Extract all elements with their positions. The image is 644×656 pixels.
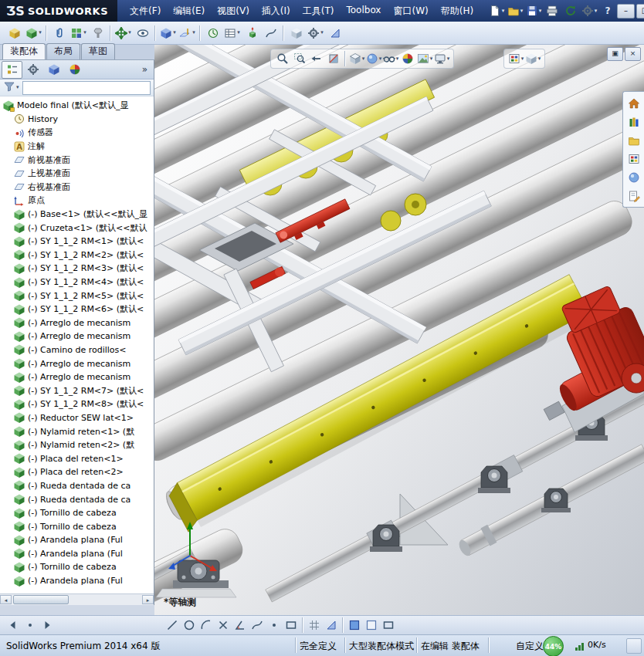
tree-item-15[interactable]: (-) SY 1_1_2 RM<6> (默认< bbox=[0, 303, 154, 316]
quick-view-button[interactable]: ▾ bbox=[524, 51, 541, 66]
display-style-button[interactable]: ▾ bbox=[365, 51, 382, 66]
custom-properties-tab[interactable] bbox=[625, 187, 643, 205]
sketch-circle-button[interactable] bbox=[181, 617, 198, 633]
tree-item-13[interactable]: (-) SY 1_1_2 RM<4> (默认< bbox=[0, 276, 154, 289]
toolbar-prev-button[interactable] bbox=[5, 617, 22, 633]
add-relation-button[interactable] bbox=[323, 617, 340, 633]
open-document-button[interactable]: ▾ bbox=[506, 2, 524, 19]
zoom-area-button[interactable] bbox=[291, 51, 308, 66]
filter-faces-button[interactable] bbox=[363, 617, 380, 633]
tree-item-26[interactable]: (-) Placa del reten<1> bbox=[0, 451, 154, 465]
hide-show-items-button[interactable]: ▾ bbox=[382, 51, 399, 66]
sketch-arc-button[interactable] bbox=[198, 617, 215, 633]
tree-item-28[interactable]: (-) Rueda dentada de ca bbox=[0, 479, 154, 493]
edit-appearance-button[interactable] bbox=[399, 51, 416, 66]
scroll-left-button[interactable]: ◂ bbox=[0, 595, 12, 604]
tree-item-21[interactable]: (-) SY 1_1_2 RM<7> (默认< bbox=[0, 384, 154, 397]
linear-component-pattern-button[interactable]: ▾ bbox=[69, 24, 88, 42]
propertymanager-tab[interactable] bbox=[22, 61, 43, 79]
selection-filter-button[interactable] bbox=[346, 617, 363, 633]
menu-insert[interactable]: 插入(I) bbox=[256, 2, 297, 20]
view-settings-button[interactable]: ▾ bbox=[433, 51, 450, 66]
sketch-line-button[interactable] bbox=[164, 617, 181, 633]
save-button[interactable]: ▾ bbox=[524, 2, 543, 19]
section-view-button[interactable] bbox=[325, 51, 342, 66]
tree-item-0[interactable]: Modelo final (默认<默认_显 bbox=[0, 99, 154, 113]
tree-item-25[interactable]: (-) Nylamid reten<2> (默 bbox=[0, 438, 154, 452]
menu-help[interactable]: 帮助(H) bbox=[435, 2, 480, 20]
tree-item-19[interactable]: (-) Arreglo de mecanism bbox=[0, 357, 154, 370]
tree-item-1[interactable]: History bbox=[0, 113, 154, 127]
tree-item-17[interactable]: (-) Arreglo de mecanism bbox=[0, 330, 154, 343]
minimize-button[interactable]: – bbox=[617, 4, 635, 19]
tree-item-33[interactable]: (-) Arandela plana (Ful bbox=[0, 547, 154, 561]
maximize-button[interactable]: □ bbox=[636, 4, 644, 19]
menu-view[interactable]: 视图(V) bbox=[211, 2, 256, 20]
rebuild-button[interactable] bbox=[561, 2, 580, 19]
filter-caret-icon[interactable]: ▾ bbox=[16, 85, 19, 90]
assembly-features-button[interactable]: ▾ bbox=[158, 24, 178, 42]
instant3d-button[interactable] bbox=[325, 24, 344, 42]
design-library-tab[interactable] bbox=[625, 113, 643, 130]
configurationmanager-tab[interactable] bbox=[43, 61, 64, 79]
show-hidden-components-button[interactable] bbox=[133, 24, 152, 42]
tree-item-3[interactable]: A注解 bbox=[0, 140, 154, 154]
interference-detection-button[interactable] bbox=[286, 24, 306, 42]
tree-item-34[interactable]: (-) Tornillo de cabeza bbox=[0, 560, 154, 574]
filter-input[interactable] bbox=[22, 81, 151, 95]
apply-scene-button[interactable]: ▾ bbox=[416, 51, 433, 66]
tree-item-5[interactable]: 上视基准面 bbox=[0, 167, 154, 181]
tree-item-35[interactable]: (-) Arandela plana (Ful bbox=[0, 574, 154, 588]
viewport-3d-scene[interactable] bbox=[154, 45, 644, 615]
smart-fasteners-button[interactable] bbox=[88, 24, 107, 42]
tree-item-29[interactable]: (-) Rueda dentada de ca bbox=[0, 492, 154, 506]
menu-window[interactable]: 窗口(W) bbox=[387, 2, 434, 20]
tree-item-10[interactable]: (-) SY 1_1_2 RM<1> (默认< bbox=[0, 235, 154, 249]
bill-of-materials-button[interactable]: ▾ bbox=[222, 24, 242, 42]
tree-item-11[interactable]: (-) SY 1_1_2 RM<2> (默认< bbox=[0, 249, 154, 262]
sketch-spline-button[interactable] bbox=[249, 617, 266, 633]
tree-item-12[interactable]: (-) SY 1_1_2 RM<3> (默认< bbox=[0, 262, 154, 276]
sketch-trim-button[interactable] bbox=[215, 617, 232, 633]
evaluate-button[interactable]: ▾ bbox=[306, 24, 325, 42]
file-explorer-tab[interactable] bbox=[625, 131, 643, 149]
sketch-point-button[interactable] bbox=[266, 617, 283, 633]
tree-item-27[interactable]: (-) Placa del reten<2> bbox=[0, 465, 154, 479]
view-palette-tab[interactable] bbox=[625, 150, 643, 167]
tree-item-18[interactable]: (-) Camino de rodillos< bbox=[0, 343, 154, 357]
mate-button[interactable] bbox=[49, 24, 69, 42]
panel-horizontal-scrollbar[interactable]: ◂ ▸ bbox=[0, 593, 154, 605]
grid-snap-button[interactable] bbox=[306, 617, 323, 633]
tree-item-16[interactable]: (-) Arreglo de mecanism bbox=[0, 316, 154, 330]
new-motion-study-button[interactable] bbox=[203, 24, 222, 42]
menu-toolbox[interactable]: Toolbox bbox=[340, 2, 387, 20]
menu-file[interactable]: 文件(F) bbox=[124, 2, 167, 20]
sketch-angle-button[interactable] bbox=[232, 617, 249, 633]
quick-appearance-button[interactable]: ▾ bbox=[507, 51, 524, 66]
previous-view-button[interactable] bbox=[308, 51, 325, 66]
edit-component-button[interactable] bbox=[5, 24, 24, 42]
displaymanager-tab[interactable] bbox=[64, 61, 85, 79]
tree-item-14[interactable]: (-) SY 1_1_2 RM<5> (默认< bbox=[0, 289, 154, 303]
tree-item-7[interactable]: 原点 bbox=[0, 194, 154, 208]
graphics-area[interactable]: ▾▾▾▾▾ ▾▾ ▣× *等轴测 bbox=[154, 45, 644, 615]
scroll-thumb[interactable] bbox=[13, 595, 69, 604]
tree-item-24[interactable]: (-) Nylamid reten<1> (默 bbox=[0, 424, 154, 438]
insert-components-button[interactable]: ▾ bbox=[24, 24, 43, 42]
menu-edit[interactable]: 编辑(E) bbox=[167, 2, 211, 20]
solidworks-resources-tab[interactable] bbox=[625, 94, 643, 112]
panel-overflow-button[interactable]: » bbox=[142, 64, 152, 75]
explode-line-sketch-button[interactable] bbox=[261, 24, 280, 42]
tree-item-22[interactable]: (-) SY 1_1_2 RM<8> (默认< bbox=[0, 397, 154, 411]
tree-item-8[interactable]: (-) Base<1> (默认<<默认_显 bbox=[0, 208, 154, 221]
tree-item-20[interactable]: (-) Arreglo de mecanism bbox=[0, 370, 154, 384]
move-component-button[interactable]: ▾ bbox=[114, 24, 133, 42]
tree-item-9[interactable]: (-) Cruzeta<1> (默认<<默认 bbox=[0, 221, 154, 235]
reference-geometry-button[interactable]: ▾ bbox=[178, 24, 197, 42]
zoom-fit-button[interactable] bbox=[274, 51, 291, 66]
tree-item-32[interactable]: (-) Arandela plana (Ful bbox=[0, 533, 154, 547]
restore-document-button[interactable]: ▣ bbox=[607, 47, 623, 61]
tab-layout[interactable]: 布局 bbox=[46, 43, 80, 59]
tab-sketch[interactable]: 草图 bbox=[81, 43, 115, 59]
print-button[interactable] bbox=[543, 2, 561, 19]
